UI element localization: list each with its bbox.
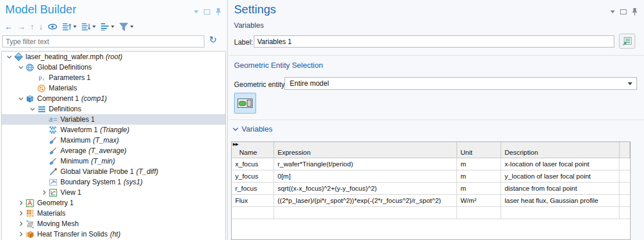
tree-item-tag: (root) [106, 53, 123, 61]
geometry-icon [25, 199, 35, 208]
float-panel-icon[interactable] [204, 9, 210, 14]
tree-item-tag: (T_min) [91, 157, 115, 165]
tree-item-label: Moving Mesh [37, 220, 78, 228]
cell-expression[interactable]: r_wafer*Triangle(t/period) [274, 158, 457, 170]
tree-item-label: View 1 [60, 188, 81, 197]
cell-unit: m [457, 183, 501, 194]
component-icon [25, 94, 35, 103]
variables-section-header[interactable]: Variables [233, 125, 272, 133]
cell-unit: m [457, 170, 501, 182]
cell-name[interactable]: r_focus [232, 183, 274, 194]
move-down-icon[interactable]: ↓ [39, 21, 43, 32]
table-row[interactable]: Flux ((2*p_laser)/(pi*r_spot^2))*exp(-(2… [232, 195, 630, 207]
tree-item-materials-component[interactable]: Materials [2, 208, 225, 219]
cell-description[interactable]: x-location of laser focal point [501, 158, 620, 170]
label-input[interactable] [254, 35, 614, 48]
chevron-down-icon[interactable] [17, 66, 25, 69]
tree-item-minimum[interactable]: Minimum (T_min) [2, 156, 225, 166]
chevron-right-icon[interactable] [40, 190, 48, 195]
variables-section-title: Variables [242, 125, 272, 133]
cell-name[interactable]: y_focus [232, 170, 274, 182]
tree-item-variables[interactable]: a= Variables 1 [2, 114, 225, 125]
chevron-down-icon[interactable] [73, 26, 77, 28]
tree-item-label: laser_heating_wafer.mph [26, 53, 103, 61]
model-root-icon [13, 52, 23, 61]
chevron-down-icon[interactable] [111, 26, 114, 28]
definitions-icon [37, 106, 46, 113]
back-icon[interactable]: ← [5, 21, 13, 32]
table-row-empty[interactable] [232, 207, 630, 219]
rename-button[interactable] [619, 34, 635, 49]
chevron-down-icon [628, 82, 632, 85]
chevron-down-icon[interactable] [17, 97, 25, 100]
active-toggle-icon [238, 99, 253, 108]
cell-description[interactable]: distance from focal point [501, 183, 620, 194]
move-up-icon[interactable]: ↑ [30, 21, 34, 32]
tree-item-global-variable-probe[interactable]: Global Variable Probe 1 (T_diff) [2, 166, 225, 177]
tree-item-view[interactable]: View 1 [2, 187, 225, 198]
show-icon[interactable] [48, 23, 57, 31]
chevron-right-icon[interactable] [17, 221, 25, 226]
refresh-icon[interactable]: ↻ [209, 34, 217, 45]
tree-item-materials-global[interactable]: Materials [2, 83, 225, 93]
forward-icon[interactable]: → [17, 21, 26, 32]
tree-item-heat-transfer[interactable]: Heat Transfer in Solids (ht) [2, 229, 225, 239]
expand-tree-icon[interactable] [62, 23, 71, 31]
probe-icon [48, 136, 58, 145]
tree-item-root[interactable]: laser_heating_wafer.mph (root) [2, 52, 225, 62]
chevron-right-icon[interactable] [17, 201, 25, 205]
node-text-icon[interactable] [100, 23, 109, 31]
tree-item-definitions[interactable]: Definitions [2, 104, 225, 114]
panel-menu-icon[interactable] [610, 10, 615, 13]
tree-item-parameters[interactable]: Pi Parameters 1 [2, 72, 225, 83]
pin-icon[interactable] [215, 8, 221, 16]
filter-icon[interactable] [119, 23, 128, 31]
row-marker-icon: ▶▶ [233, 142, 238, 147]
tree-filter-input[interactable] [2, 35, 204, 48]
chevron-right-icon[interactable] [17, 211, 25, 216]
cell-description[interactable]: laser heat flux, Gaussian profile [501, 195, 620, 206]
tree-item-maximum[interactable]: Maximum (T_max) [2, 135, 225, 146]
tree-item-global-definitions[interactable]: Global Definitions [2, 62, 225, 72]
column-header-filler [620, 142, 630, 158]
table-row[interactable]: y_focus 0[m] m y_location of laser focal… [232, 170, 630, 183]
table-row[interactable]: r_focus sqrt((x-x_focus)^2+(y-y_focus)^2… [232, 183, 630, 195]
cell-expression[interactable]: sqrt((x-x_focus)^2+(y-y_focus)^2) [274, 183, 457, 194]
chevron-right-icon[interactable] [17, 232, 25, 237]
chevron-down-icon[interactable] [5, 56, 13, 59]
boundary-system-icon: T [48, 178, 58, 187]
chevron-down-icon[interactable] [28, 108, 37, 111]
global-variable-probe-icon [48, 168, 58, 176]
tree-item-label: Global Definitions [37, 63, 92, 71]
collapse-tree-icon[interactable] [81, 23, 91, 31]
cell-description[interactable]: y_location of laser focal point [501, 170, 620, 182]
geometric-entity-level-select[interactable]: Entire model [285, 77, 637, 90]
cell-name[interactable]: Flux [232, 195, 274, 206]
tree-item-label: Definitions [49, 105, 81, 113]
tree-item-label: Component 1 [37, 94, 79, 103]
tree-item-moving-mesh[interactable]: Moving Mesh [2, 219, 225, 229]
table-header-row: ▶▶ Name Expression Unit Description [232, 142, 630, 158]
pin-icon[interactable] [632, 8, 638, 16]
column-header-description: Description [501, 142, 620, 158]
cell-expression[interactable]: ((2*p_laser)/(pi*r_spot^2))*exp(-(2*r_fo… [274, 195, 457, 206]
tree-item-geometry[interactable]: Geometry 1 [2, 198, 225, 208]
tree-item-average[interactable]: Average (T_average) [2, 146, 225, 156]
svg-text:=: = [53, 116, 57, 123]
tree-item-boundary-system[interactable]: T Boundary System 1 (sys1) [2, 177, 225, 187]
section-divider [228, 55, 644, 56]
tree-item-waveform[interactable]: Waveform 1 (Triangle) [2, 125, 225, 135]
cell-expression[interactable]: 0[m] [274, 170, 457, 182]
active-toggle-button[interactable] [234, 93, 256, 114]
panel-menu-icon[interactable] [194, 10, 199, 13]
table-row[interactable]: x_focus r_wafer*Triangle(t/period) m x-l… [232, 158, 630, 170]
chevron-down-icon[interactable] [130, 26, 134, 28]
tree-item-component[interactable]: Component 1 (comp1) [2, 93, 225, 104]
cell-unit: W/m² [457, 195, 501, 206]
float-panel-icon[interactable] [620, 9, 627, 14]
chevron-down-icon[interactable] [92, 26, 96, 28]
settings-title: Settings [234, 3, 276, 16]
tree-item-label: Geometry 1 [37, 199, 74, 207]
cell-name[interactable]: x_focus [232, 158, 274, 170]
tree-item-label: Materials [37, 209, 66, 217]
